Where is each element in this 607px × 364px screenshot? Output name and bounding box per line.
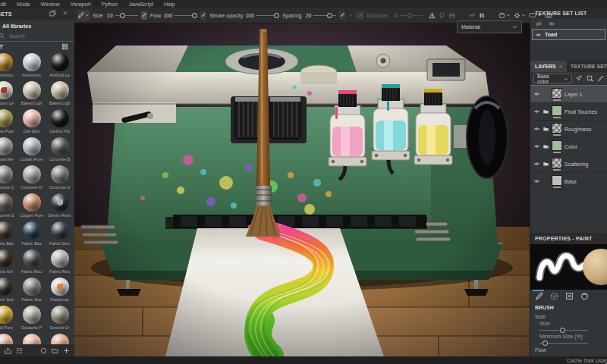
material-swatch[interactable]: Baked Ligh (17, 81, 46, 109)
eye-icon[interactable] (533, 108, 540, 115)
material-swatch[interactable]: Aluminum (0, 53, 17, 81)
material-swatch[interactable]: Artificial Le (46, 53, 74, 81)
projection-mode-icon[interactable] (448, 12, 455, 19)
material-swatch[interactable] (0, 334, 17, 345)
smart-filter-icon[interactable] (0, 43, 5, 50)
paint-brush-icon[interactable] (597, 75, 604, 82)
hide-ui-icon[interactable] (469, 12, 476, 18)
material-swatch[interactable]: Aluminum (17, 53, 46, 81)
menu-item-window[interactable]: Window (36, 2, 65, 7)
menu-item-viewport[interactable]: Viewport (64, 2, 96, 7)
material-swatch[interactable]: Fabric Bas (0, 221, 17, 249)
toolbar-slider-flow[interactable]: Flow100 (150, 13, 197, 18)
material-swatch[interactable]: Fabric Suit (0, 278, 17, 306)
pen-pressure-icon[interactable] (141, 11, 147, 20)
camera-icon[interactable] (545, 12, 552, 18)
menu-item-javascript[interactable]: JavaScript (123, 2, 159, 7)
material-swatch[interactable]: Footprints (46, 278, 74, 306)
viewport-canvas[interactable] (74, 24, 530, 356)
lazy-mouse-icon[interactable] (439, 12, 445, 19)
material-swatch[interactable]: Brass Pure (0, 109, 17, 137)
material-swatch[interactable]: Concrete B (46, 137, 74, 165)
open-folder-icon[interactable] (52, 347, 58, 354)
layer-row[interactable]: Base (530, 173, 607, 190)
pen-pressure-icon[interactable] (200, 11, 206, 20)
library-filter-dropdown[interactable]: All libraries (0, 20, 74, 31)
material-swatch[interactable]: Calf Skin (17, 109, 46, 137)
material-swatch[interactable]: Concrete D (17, 165, 46, 193)
display-settings-icon[interactable] (498, 12, 511, 19)
material-swatch[interactable]: Autumn Le (0, 81, 17, 109)
export-assets-icon[interactable] (5, 347, 11, 354)
material-swatch[interactable]: Fabric Kni (0, 249, 17, 278)
layer-row[interactable]: Color (530, 138, 607, 155)
render-mode-icon[interactable] (529, 12, 542, 18)
toolbar-slider-stroke-opacity[interactable]: Stroke opacity100 (209, 13, 279, 18)
material-swatch[interactable]: Ground Gr (46, 306, 74, 334)
eye-icon[interactable] (533, 91, 540, 97)
menu-item-help[interactable]: Help (159, 2, 180, 7)
size-slider[interactable]: Size (530, 320, 607, 333)
material-swatch[interactable]: Copper Pure (17, 193, 46, 221)
channel-filter-dropdown[interactable]: Base color (533, 74, 572, 83)
close-tab-icon[interactable]: × (559, 64, 562, 69)
material-swatch[interactable]: Baked Ligh (46, 81, 74, 109)
pick-layer-icon[interactable] (576, 75, 583, 82)
hide-all-sets-icon[interactable] (535, 20, 543, 27)
layer-row[interactable]: Layer 1 (530, 86, 607, 103)
tab-layers[interactable]: LAYERS × (530, 61, 567, 72)
texture-set-row[interactable]: Toad (532, 29, 605, 40)
stencil-tab-icon[interactable] (565, 292, 574, 300)
material-swatch[interactable]: Fabric Suit (17, 278, 46, 306)
menu-item-mode[interactable]: Mode (11, 2, 36, 7)
eye-icon[interactable] (533, 143, 540, 149)
toolbar-slider-size[interactable]: Size10 (93, 13, 138, 18)
material-swatch[interactable] (17, 334, 46, 345)
close-panel-icon[interactable] (62, 10, 68, 17)
symmetry-icon[interactable] (429, 12, 436, 19)
material-swatch[interactable]: Concrete S (0, 193, 17, 221)
toolbar-slider-distance[interactable]: Distance0 (356, 11, 422, 20)
eye-icon[interactable] (533, 161, 540, 167)
min-size-slider[interactable]: Minimum Size (%) (530, 333, 607, 346)
material-swatch[interactable]: Denim Rivet (46, 193, 74, 221)
shading-mode-dropdown[interactable]: Material (457, 20, 522, 33)
eye-icon[interactable] (533, 178, 540, 184)
menu-item-python[interactable]: Python (96, 2, 124, 7)
pen-pressure-icon[interactable] (339, 11, 345, 20)
material-swatch[interactable] (46, 334, 74, 345)
eye-icon[interactable] (535, 32, 542, 38)
pen-pressure-icon[interactable] (356, 11, 364, 20)
particles-tab-icon[interactable] (550, 292, 558, 300)
pause-engine-icon[interactable] (479, 12, 485, 19)
material-swatch[interactable]: Cobalt Pure (17, 137, 46, 165)
material-tab-icon[interactable] (580, 292, 589, 300)
material-swatch[interactable]: Fabric Den (46, 221, 74, 249)
material-swatch[interactable]: Concrete C (0, 165, 17, 193)
material-swatch[interactable]: Gold Pure (0, 306, 17, 334)
layer-row[interactable]: Scattering (530, 155, 607, 173)
menu-item-edit[interactable]: Edit (0, 2, 11, 7)
layer-row[interactable]: Roughness (530, 121, 607, 138)
toolbar-slider-spacing[interactable]: Spacing20 (282, 13, 336, 18)
list-view-icon[interactable] (16, 347, 23, 354)
material-swatch[interactable]: Fabric Rou (17, 249, 46, 278)
brush-preset-icon[interactable] (77, 10, 90, 21)
tab-texture-set-settings[interactable]: TEXTURE SET SETTINGS (567, 61, 607, 72)
add-asset-icon[interactable] (63, 347, 70, 354)
material-swatch[interactable]: Carbon Fib (46, 109, 74, 137)
camera-settings-icon[interactable] (514, 12, 526, 19)
sync-shelf-icon[interactable] (40, 347, 47, 354)
material-swatch[interactable]: Fabric Bas (17, 221, 46, 249)
show-all-sets-icon[interactable] (548, 20, 555, 27)
grid-view-icon[interactable] (61, 43, 68, 50)
material-swatch[interactable]: Coated Me (0, 137, 17, 165)
material-swatch[interactable]: Gouache P (17, 306, 46, 334)
search-input[interactable] (8, 33, 64, 39)
layer-row[interactable]: Final Touches (530, 103, 607, 121)
material-swatch[interactable]: Fabric Rou (46, 249, 74, 278)
eye-icon[interactable] (533, 126, 540, 132)
add-effect-icon[interactable] (587, 75, 593, 82)
float-panel-icon[interactable] (49, 10, 56, 17)
material-swatch[interactable]: Concrete S (46, 165, 74, 193)
